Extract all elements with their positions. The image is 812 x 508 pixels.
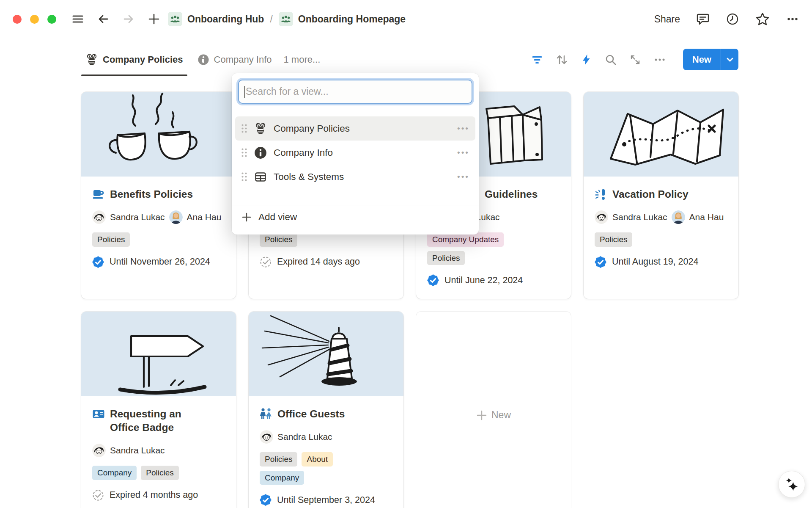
- add-view-label: Add view: [258, 212, 297, 223]
- tag: Company: [260, 471, 304, 485]
- minimize-window-button[interactable]: [30, 15, 39, 24]
- card-office-guests[interactable]: Office Guests Sandra Lukac Policies Abou…: [249, 312, 403, 508]
- spark-exclamation-icon: [595, 188, 607, 201]
- avatar: [92, 210, 106, 224]
- tab-label: Company Info: [214, 54, 272, 65]
- card-status: Expired 14 days ago: [260, 256, 392, 268]
- new-page-button[interactable]: [148, 13, 160, 25]
- owner-name: Sandra Lukac: [110, 445, 165, 456]
- plus-icon: [476, 410, 487, 421]
- owner-name: Sandra Lukac: [110, 212, 165, 222]
- zoom-window-button[interactable]: [47, 15, 56, 24]
- breadcrumb-item-onboarding-hub[interactable]: Onboarding Hub: [187, 14, 264, 25]
- sidebar-toggle-button[interactable]: [71, 13, 84, 25]
- owner-name: Sandra Lukac: [277, 432, 332, 442]
- card-cover-folded-map-doodle: [584, 92, 738, 177]
- automations-button[interactable]: [580, 53, 593, 66]
- verified-badge-icon: [92, 256, 104, 268]
- tag: Policies: [92, 232, 130, 247]
- tab-company-policies[interactable]: Company Policies: [81, 43, 187, 76]
- view-item-label: Company Policies: [274, 123, 457, 134]
- card-tags: Policies About Company: [260, 452, 365, 485]
- view-search-input[interactable]: [239, 80, 472, 103]
- updates-button[interactable]: [726, 12, 739, 26]
- tag: Policies: [427, 251, 465, 265]
- filter-icon: [531, 53, 543, 66]
- ellipsis-icon: •••: [457, 172, 469, 181]
- tab-label: Company Policies: [103, 54, 183, 65]
- card-vacation-policy[interactable]: Vacation Policy Sandra Lukac Ana Hau Pol…: [584, 92, 738, 299]
- add-view-button[interactable]: Add view: [232, 205, 479, 229]
- tag: Policies: [260, 232, 297, 247]
- tag: Policies: [595, 232, 632, 247]
- view-item-menu-button[interactable]: •••: [457, 172, 469, 182]
- breadcrumb-item-onboarding-homepage[interactable]: Onboarding Homepage: [298, 14, 406, 25]
- plus-icon: [241, 212, 252, 223]
- view-item-company-info[interactable]: Company Info •••: [235, 141, 475, 165]
- bee-icon: [254, 122, 267, 135]
- sort-button[interactable]: [555, 53, 568, 66]
- sparkle-icon: [784, 476, 800, 492]
- view-item-tools-and-systems[interactable]: Tools & Systems •••: [235, 165, 475, 189]
- card-title: Vacation Policy: [612, 188, 689, 201]
- close-window-button[interactable]: [13, 15, 22, 24]
- card-title: Guidelines: [485, 188, 538, 201]
- back-button[interactable]: [97, 13, 110, 25]
- more-options-button[interactable]: [786, 12, 799, 26]
- more-views-button[interactable]: 1 more...: [283, 54, 320, 65]
- avatar: [672, 210, 685, 224]
- card-requesting-an-office-badge[interactable]: Requesting an Office Badge Sandra Lukac …: [81, 312, 236, 508]
- view-options-button[interactable]: [653, 53, 666, 66]
- view-item-company-policies[interactable]: Company Policies •••: [235, 116, 475, 141]
- chevron-down-icon: [725, 55, 735, 64]
- card-benefits-policies[interactable]: Benefits Policies Sandra Lukac Ana Hau P…: [81, 92, 236, 299]
- tab-company-info[interactable]: Company Info: [193, 43, 276, 76]
- breadcrumb: Onboarding Hub / Onboarding Homepage: [168, 12, 406, 26]
- view-item-label: Tools & Systems: [274, 171, 457, 182]
- comment-icon: [696, 12, 710, 26]
- forward-button[interactable]: [122, 13, 135, 25]
- card-owners: Sandra Lukac: [92, 444, 225, 457]
- window-titlebar: Onboarding Hub / Onboarding Homepage Sha…: [0, 0, 812, 38]
- traffic-lights: [13, 15, 56, 24]
- new-button[interactable]: New: [683, 49, 721, 70]
- ai-assistant-button[interactable]: [778, 471, 805, 498]
- ellipsis-icon: [786, 12, 799, 26]
- drag-handle-icon[interactable]: [241, 124, 247, 133]
- new-card-button[interactable]: New: [416, 312, 571, 508]
- new-dropdown-button[interactable]: [721, 49, 738, 70]
- breadcrumb-separator: /: [269, 14, 273, 25]
- view-item-menu-button[interactable]: •••: [457, 124, 469, 133]
- favorite-button[interactable]: [755, 12, 770, 26]
- card-tags: Policies: [92, 232, 225, 247]
- search-button[interactable]: [604, 53, 617, 66]
- comments-button[interactable]: [696, 12, 710, 26]
- avatar: [169, 210, 183, 224]
- avatar: [595, 210, 608, 224]
- status-text: Until September 3, 2024: [277, 495, 375, 505]
- status-text: Expired 4 months ago: [110, 490, 198, 500]
- expired-icon: [92, 489, 104, 501]
- view-item-menu-button[interactable]: •••: [457, 148, 469, 157]
- text-cursor: [244, 86, 245, 98]
- card-cover-signpost-doodle: [81, 312, 236, 396]
- table-icon: [254, 171, 267, 183]
- card-cover-lighthouse-doodle: [249, 312, 403, 396]
- ellipsis-icon: •••: [457, 124, 469, 133]
- drag-handle-icon[interactable]: [241, 172, 247, 182]
- card-status: Until September 3, 2024: [260, 494, 392, 506]
- filter-button[interactable]: [531, 53, 543, 66]
- tag: Company Updates: [427, 232, 504, 247]
- plus-icon: [148, 13, 160, 25]
- mug-icon: [92, 188, 105, 201]
- share-button[interactable]: Share: [654, 14, 680, 25]
- expand-diagonal-icon: [629, 53, 642, 66]
- drag-handle-icon[interactable]: [241, 148, 247, 157]
- owner-name: Sandra Lukac: [612, 212, 667, 222]
- card-status: Until June 22, 2024: [427, 274, 560, 286]
- expand-view-button[interactable]: [629, 53, 642, 66]
- card-tags: Policies: [595, 232, 727, 247]
- card-status: Expired 4 months ago: [92, 489, 225, 501]
- lightning-icon: [580, 53, 593, 66]
- status-text: Until August 19, 2024: [612, 257, 698, 267]
